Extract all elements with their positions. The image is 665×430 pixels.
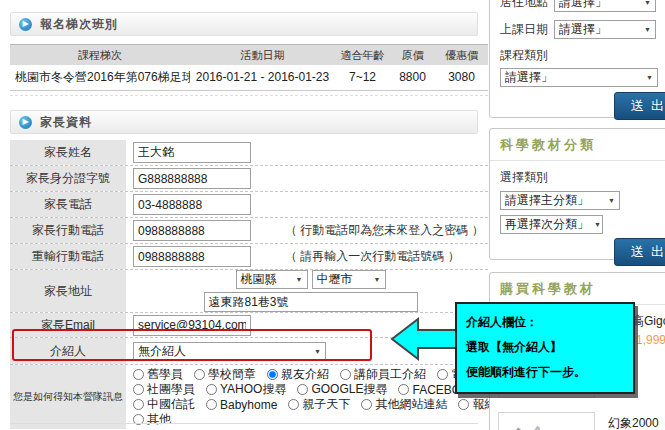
location-label: 居住地點 <box>500 0 548 11</box>
materials-box-title: 科學教材分類 <box>490 129 665 161</box>
course-name: 桃園市冬令營2016年第076梯足球機器人 <box>10 65 190 90</box>
radio-magazine[interactable] <box>458 399 469 410</box>
choose-category-label: 選擇類別 <box>500 169 548 186</box>
chevron-down-icon: ▼ <box>296 276 303 283</box>
course-discount: 3080 <box>435 65 488 90</box>
parent-phone-label: 家長電話 <box>10 192 126 217</box>
county-select[interactable]: 桃園縣 ▼ <box>236 270 308 289</box>
radio-staff-referral[interactable] <box>340 369 351 380</box>
registration-page: ▶ 報名梯次班別 課程梯次 活動日期 適合年齡 原價 優惠價 桃園市冬令營201… <box>0 0 665 430</box>
address-label: 家長地址 <box>10 270 126 312</box>
product-name[interactable]: 幻象2000 <box>608 415 659 430</box>
radio-edm[interactable] <box>437 369 448 380</box>
col-price: 原價 <box>390 45 435 65</box>
radio-other-website[interactable] <box>361 399 372 410</box>
radio-ctbc[interactable] <box>133 399 144 410</box>
class-date-label: 上課日期 <box>500 21 548 38</box>
row-info-source: 您是如何得知本營隊訊息 舊學員 學校簡章 親友介紹 講師員工介紹 電子報EDM … <box>10 364 488 429</box>
parent-id-input[interactable] <box>133 168 251 189</box>
location-select[interactable]: 請選擇」 ▼ <box>554 0 656 12</box>
row-parent-mobile-confirm: 重輸行動電話 （ 請再輸入一次行動電話號碼 ） <box>10 243 488 269</box>
referrer-select-value: 無介紹人 <box>138 343 186 360</box>
materials-category-box: 科學教材分類 選擇類別 請選擇主分類」 ▼ 再選擇次分類」 ▼ 送出 <box>489 128 665 260</box>
toy-plane-image <box>507 421 587 430</box>
parent-mobile-label: 家長行動電話 <box>10 218 126 243</box>
parent-id-label: 家長身分證字號 <box>10 166 126 191</box>
chevron-down-icon: ▼ <box>644 26 651 33</box>
mobile-confirm-label: 重輸行動電話 <box>10 244 126 269</box>
email-label: 家長Email <box>10 313 126 337</box>
session-section-header: ▶ 報名梯次班別 <box>10 12 478 36</box>
table-divider <box>10 95 488 96</box>
tooltip-line: 介紹人欄位： <box>466 310 624 335</box>
chevron-down-icon: ▼ <box>594 221 601 228</box>
chevron-down-icon: ▼ <box>644 0 651 6</box>
radio-label: 其他網站連結 <box>375 396 447 413</box>
section-divider <box>10 423 478 424</box>
course-table: 課程梯次 活動日期 適合年齡 原價 優惠價 桃園市冬令營2016年第076梯足球… <box>10 44 488 96</box>
radio-label: Babyhome <box>220 398 277 412</box>
parent-form: 家長姓名 家長身分證字號 家長電話 家長行動電話 （ 行動電話即為您未來登入之密… <box>10 140 488 429</box>
county-select-value: 桃園縣 <box>241 271 277 288</box>
row-parent-id: 家長身分證字號 <box>10 165 488 191</box>
bullet-glyph: ▶ <box>22 20 29 28</box>
course-category-select-value: 請選擇」 <box>505 69 553 86</box>
parent-name-input[interactable] <box>133 142 251 163</box>
mobile-confirm-note: （ 請再輸入一次行動電話號碼 ） <box>285 248 460 265</box>
radio-old-student[interactable] <box>133 369 144 380</box>
chevron-down-icon: ▼ <box>608 197 615 204</box>
main-category-select[interactable]: 請選擇主分類」 ▼ <box>500 191 620 210</box>
info-source-label: 您是如何得知本營隊訊息 <box>10 365 126 429</box>
row-parent-address: 家長地址 桃園縣 ▼ 中壢市 ▼ <box>10 269 488 312</box>
section-bullet-icon: ▶ <box>19 18 32 31</box>
sub-category-select[interactable]: 再選擇次分類」 ▼ <box>500 215 603 234</box>
callout-arrow-icon <box>388 315 458 363</box>
chevron-down-icon: ▼ <box>646 74 653 81</box>
course-date: 2016-01-21 - 2016-01-23 <box>190 65 335 90</box>
referrer-select[interactable]: 無介紹人 ▼ <box>133 342 326 361</box>
referrer-label: 介紹人 <box>10 338 126 364</box>
course-category-select[interactable]: 請選擇」 ▼ <box>500 68 658 87</box>
parent-phone-input[interactable] <box>133 194 251 215</box>
mobile-confirm-input[interactable] <box>133 246 251 267</box>
radio-google[interactable] <box>297 384 308 395</box>
materials-submit-button[interactable]: 送出 <box>614 238 665 266</box>
radio-label: YAHOO搜尋 <box>220 381 286 398</box>
parent-section-title: 家長資料 <box>40 114 92 131</box>
radio-parenting[interactable] <box>288 399 299 410</box>
radio-yahoo[interactable] <box>206 384 217 395</box>
email-input[interactable] <box>133 315 251 336</box>
radio-facebook[interactable] <box>398 384 409 395</box>
tooltip-line: 便能順利進行下一步。 <box>466 360 624 385</box>
radio-label: 其他 <box>147 411 171 428</box>
chevron-down-icon: ▼ <box>314 348 321 355</box>
district-select[interactable]: 中壢市 ▼ <box>312 270 386 289</box>
course-age: 7~12 <box>335 65 390 90</box>
mobile-note: （ 行動電話即為您未來登入之密碼 ） <box>285 222 484 239</box>
course-price: 8800 <box>390 65 435 90</box>
shop-box-title: 購買科學教材 <box>490 273 665 305</box>
row-parent-name: 家長姓名 <box>10 140 488 165</box>
referrer-tooltip: 介紹人欄位： 選取【無介紹人】 便能順利進行下一步。 <box>455 302 635 394</box>
product-item: 幻象2000 NTD 799 <box>498 412 665 430</box>
row-parent-phone: 家長電話 <box>10 191 488 217</box>
main-category-select-value: 請選擇主分類」 <box>505 192 589 209</box>
filter-submit-button[interactable]: 送出 <box>614 92 665 120</box>
radio-club-student[interactable] <box>133 384 144 395</box>
parent-section-header: ▶ 家長資料 <box>10 110 478 134</box>
radio-babyhome[interactable] <box>206 399 217 410</box>
col-age: 適合年齡 <box>335 45 390 65</box>
col-discount: 優惠價 <box>435 45 488 65</box>
bullet-glyph: ▶ <box>22 118 29 126</box>
tooltip-line: 選取【無介紹人】 <box>466 335 624 360</box>
class-date-select[interactable]: 請選擇」 ▼ <box>554 20 656 39</box>
district-select-value: 中壢市 <box>317 271 353 288</box>
product-thumbnail[interactable] <box>498 412 595 430</box>
course-category-label: 課程類別 <box>500 47 548 64</box>
parent-mobile-input[interactable] <box>133 220 251 241</box>
section-bullet-icon: ▶ <box>19 116 32 129</box>
chevron-down-icon: ▼ <box>374 276 381 283</box>
radio-school-brochure[interactable] <box>194 369 205 380</box>
radio-friend-referral[interactable] <box>267 369 278 380</box>
street-input[interactable] <box>204 292 418 312</box>
